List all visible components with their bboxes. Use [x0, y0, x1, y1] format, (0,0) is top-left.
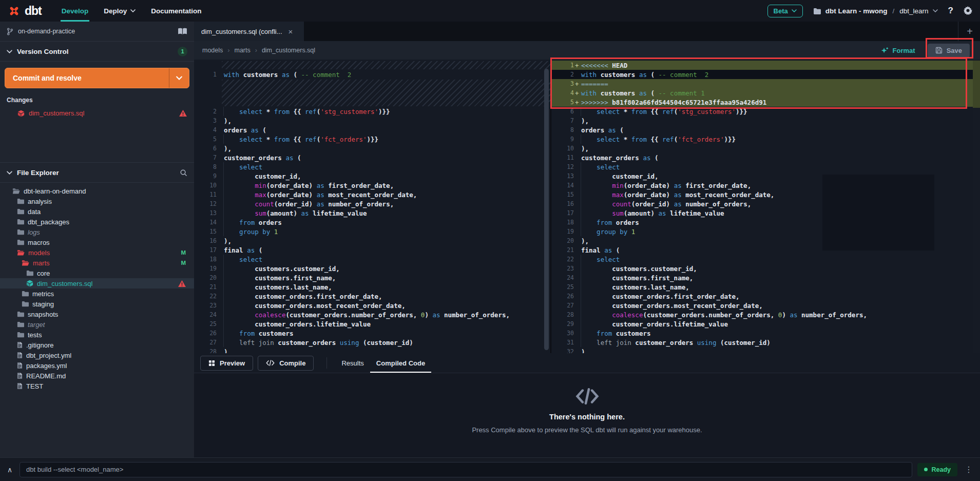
code-line[interactable]: 23 customers.customer_id,: [551, 264, 980, 273]
code-line[interactable]: 3+=======: [551, 79, 980, 88]
tree-item-dbt-learn-on-demand[interactable]: dbt-learn-on-demand: [0, 186, 194, 196]
breadcrumb-item[interactable]: models: [202, 47, 223, 54]
code-line[interactable]: 26 customer_orders.first_order_date,: [551, 292, 980, 301]
close-icon[interactable]: ×: [289, 27, 293, 36]
code-line[interactable]: 5 select * from {{ ref('fct_orders')}}: [194, 134, 550, 144]
code-line[interactable]: 31 left join customer_orders using (cust…: [551, 338, 980, 347]
code-line[interactable]: 20 customers.first_name,: [194, 273, 550, 282]
breadcrumb-item[interactable]: marts: [234, 47, 250, 54]
tree-item-dim_customers.sql[interactable]: dim_customers.sql: [0, 278, 194, 288]
code-line[interactable]: 8 select: [194, 162, 550, 171]
code-line[interactable]: 11 max(order_date) as most_recent_order_…: [194, 190, 550, 199]
tree-item-marts[interactable]: martsM: [0, 258, 194, 268]
code-line[interactable]: 6),: [194, 144, 550, 153]
scrollbar-left-pane[interactable]: [544, 69, 549, 350]
code-line[interactable]: 10),: [551, 144, 980, 153]
code-line[interactable]: 19 customers.customer_id,: [194, 264, 550, 273]
dbt-logo[interactable]: dbt: [7, 4, 42, 18]
panel-tab-compiled-code[interactable]: Compiled Code: [370, 353, 431, 373]
nav-item-deploy[interactable]: Deploy: [96, 0, 143, 22]
code-line[interactable]: 30 from customers: [551, 329, 980, 338]
tree-item-macros[interactable]: macros: [0, 237, 194, 247]
code-line[interactable]: 15 group by 1: [194, 227, 550, 236]
kebab-menu-icon[interactable]: ⋮: [963, 465, 975, 474]
code-line[interactable]: 9 select * from {{ ref('fct_orders')}}: [551, 134, 980, 144]
tree-item-metrics[interactable]: metrics: [0, 288, 194, 299]
code-line[interactable]: 14 from orders: [194, 218, 550, 227]
compile-button[interactable]: Compile: [258, 356, 314, 371]
tree-item-.gitignore[interactable]: .gitignore: [0, 340, 194, 350]
branch-name[interactable]: on-demand-practice: [18, 28, 75, 35]
nav-item-develop[interactable]: Develop: [54, 0, 97, 22]
code-line[interactable]: 8orders as (: [551, 125, 980, 134]
code-line[interactable]: 7customer_orders as (: [194, 153, 550, 162]
format-button[interactable]: Format: [881, 47, 915, 54]
tree-item-target[interactable]: target: [0, 319, 194, 330]
gear-icon[interactable]: [964, 6, 973, 15]
command-input[interactable]: [20, 462, 912, 477]
editor-pane-incoming[interactable]: 1+<<<<<<< HEAD2with customers as ( -- co…: [551, 60, 980, 353]
tree-item-core[interactable]: core: [0, 268, 194, 278]
changed-file-row[interactable]: dim_customers.sql: [0, 107, 194, 119]
tree-item-dbt_packages[interactable]: dbt_packages: [0, 217, 194, 227]
code-line[interactable]: 17final as (: [194, 245, 550, 255]
tree-item-analysis[interactable]: analysis: [0, 196, 194, 206]
editor-pane-current[interactable]: 1with customers as ( -- comment 22 selec…: [194, 60, 551, 353]
beta-badge[interactable]: Beta: [767, 5, 803, 17]
code-line[interactable]: 21 customers.last_name,: [194, 282, 550, 292]
tree-item-dbt_project.yml[interactable]: dbt_project.yml: [0, 350, 194, 360]
code-line[interactable]: 4orders as (: [194, 125, 550, 134]
code-line[interactable]: 10 min(order_date) as first_order_date,: [194, 181, 550, 190]
code-line[interactable]: 28 coalesce(customer_orders.number_of_or…: [551, 310, 980, 319]
tree-item-data[interactable]: data: [0, 206, 194, 217]
code-line[interactable]: 24 customers.first_name,: [551, 273, 980, 282]
preview-button[interactable]: Preview: [200, 356, 253, 371]
code-line[interactable]: 11customer_orders as (: [551, 153, 980, 162]
code-line[interactable]: 24 coalesce(customer_orders.number_of_or…: [194, 310, 550, 319]
tree-item-packages.yml[interactable]: packages.yml: [0, 360, 194, 371]
tree-item-TEST[interactable]: TEST: [0, 381, 194, 391]
tab-dim-customers[interactable]: dim_customers.sql (confli... ×: [194, 22, 304, 41]
code-line[interactable]: 1+<<<<<<< HEAD: [551, 61, 980, 70]
code-line[interactable]: 2with customers as ( -- comment 2: [551, 70, 980, 79]
tree-item-staging[interactable]: staging: [0, 299, 194, 309]
code-line[interactable]: 32): [551, 347, 980, 353]
search-icon[interactable]: [180, 169, 187, 177]
docs-book-icon[interactable]: [178, 28, 187, 35]
version-control-header[interactable]: Version Control 1: [0, 42, 194, 62]
code-line[interactable]: 26 from customers: [194, 329, 550, 338]
code-line[interactable]: 6 select * from {{ ref('stg_customers')}…: [551, 107, 980, 116]
help-icon[interactable]: ?: [948, 6, 953, 16]
code-line[interactable]: 22 select: [551, 255, 980, 264]
new-tab-button[interactable]: +: [958, 22, 980, 41]
code-line[interactable]: 16),: [194, 236, 550, 245]
code-line[interactable]: 23 customer_orders.most_recent_order_dat…: [194, 301, 550, 310]
tree-item-tests[interactable]: tests: [0, 330, 194, 340]
code-line[interactable]: 22 customer_orders.first_order_date,: [194, 292, 550, 301]
code-line[interactable]: 29 customer_orders.lifetime_value: [551, 319, 980, 329]
nav-item-documentation[interactable]: Documentation: [143, 0, 209, 22]
tree-item-models[interactable]: modelsM: [0, 247, 194, 258]
code-line[interactable]: 27 customer_orders.most_recent_order_dat…: [551, 301, 980, 310]
code-line[interactable]: 12 count(order_id) as number_of_orders,: [194, 199, 550, 208]
scrollbar-right-pane[interactable]: [973, 60, 980, 353]
commit-and-resolve-button[interactable]: Commit and resolve: [5, 68, 189, 88]
code-line[interactable]: 25 customers.last_name,: [551, 282, 980, 292]
expand-command-bar-icon[interactable]: ∧: [5, 466, 14, 474]
breadcrumb-item[interactable]: dim_customers.sql: [262, 47, 315, 54]
save-button[interactable]: Save: [928, 44, 970, 57]
code-line[interactable]: 25 customer_orders.lifetime_value: [194, 319, 550, 329]
tree-item-snapshots[interactable]: snapshots: [0, 309, 194, 319]
file-explorer-header[interactable]: File Explorer: [0, 162, 194, 183]
code-line[interactable]: 4+with customers as ( -- comment 1: [551, 88, 980, 98]
tree-item-logs[interactable]: logs: [0, 227, 194, 237]
code-line[interactable]: 5+>>>>>>> b81f802a66fd544504c65721e3ffaa…: [551, 98, 980, 107]
tree-item-README.md[interactable]: README.md: [0, 371, 194, 381]
project-selector[interactable]: dbt Learn - mwong / dbt_learn: [813, 7, 938, 15]
code-line[interactable]: 7),: [551, 116, 980, 125]
code-line[interactable]: 13 sum(amount) as lifetime_value: [194, 208, 550, 218]
commit-dropdown-toggle[interactable]: [169, 68, 189, 88]
code-line[interactable]: 27 left join customer_orders using (cust…: [194, 338, 550, 347]
code-line[interactable]: 2 select * from {{ ref('stg_customers')}…: [194, 107, 550, 116]
code-line[interactable]: 1with customers as ( -- comment 2: [194, 70, 550, 79]
